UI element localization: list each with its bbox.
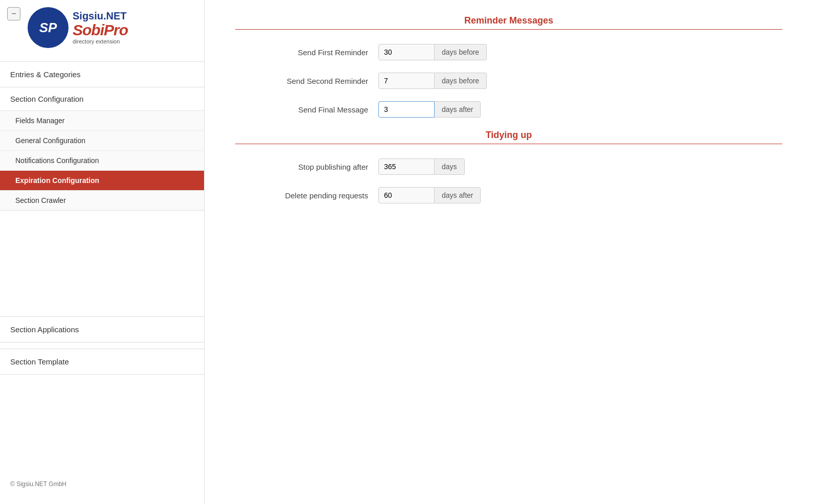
footer-copyright: © Sigsiu.NET GmbH: [0, 474, 204, 494]
delete-pending-suffix: days after: [435, 187, 481, 203]
send-first-reminder-row: Send First Reminder days before: [235, 44, 782, 60]
send-first-reminder-input[interactable]: [378, 44, 435, 60]
section-configuration-group: Section Configuration Fields Manager Gen…: [0, 87, 204, 211]
reminder-divider: [235, 29, 782, 30]
send-first-reminder-label: Send First Reminder: [235, 48, 378, 57]
sidebar-item-section-crawler[interactable]: Section Crawler: [0, 191, 204, 210]
send-final-message-label: Send Final Message: [235, 105, 378, 114]
main-content: Reminder Messages Send First Reminder da…: [205, 0, 813, 504]
send-final-message-input[interactable]: [378, 101, 435, 118]
tidying-divider: [235, 144, 782, 144]
sidebar-item-section-configuration[interactable]: Section Configuration: [0, 87, 204, 111]
send-final-message-suffix: days after: [435, 101, 481, 118]
logo-sigsiu-net: Sigsiu.NET: [73, 10, 128, 21]
logo-sobipro: SobiPro: [73, 21, 128, 38]
logo-area: − SP Sigsiu.NET SobiPro directory extens…: [0, 0, 204, 55]
sidebar-item-notifications-configuration[interactable]: Notifications Configuration: [0, 151, 204, 171]
send-second-reminder-row: Send Second Reminder days before: [235, 73, 782, 89]
stop-publishing-label: Stop publishing after: [235, 163, 378, 171]
logo-container: SP Sigsiu.NET SobiPro directory extensio…: [28, 7, 128, 48]
nav-bottom: Section Applications Section Template: [0, 310, 204, 375]
reminder-section-title: Reminder Messages: [235, 15, 782, 26]
nav-section: Entries & Categories: [0, 61, 204, 87]
logo-text: Sigsiu.NET SobiPro directory extension: [73, 10, 128, 44]
send-final-message-row: Send Final Message days after: [235, 101, 782, 118]
send-first-reminder-suffix: days before: [435, 44, 487, 60]
logo-sigsiu: Sigsiu: [73, 10, 103, 21]
sidebar: − SP Sigsiu.NET SobiPro directory extens…: [0, 0, 205, 504]
stop-publishing-row: Stop publishing after days: [235, 158, 782, 175]
sidebar-item-section-applications[interactable]: Section Applications: [0, 316, 204, 342]
delete-pending-input[interactable]: [378, 187, 435, 203]
logo-sp: SP: [39, 20, 57, 36]
sidebar-item-general-configuration[interactable]: General Configuration: [0, 131, 204, 151]
stop-publishing-input[interactable]: [378, 158, 435, 175]
send-second-reminder-input[interactable]: [378, 73, 435, 89]
send-second-reminder-suffix: days before: [435, 73, 487, 89]
tidying-section-title: Tidying up: [235, 130, 782, 141]
logo-directory: directory extension: [73, 38, 128, 44]
send-second-reminder-label: Send Second Reminder: [235, 77, 378, 85]
stop-publishing-suffix: days: [435, 158, 465, 175]
logo-icon: SP: [28, 7, 69, 48]
sub-menu: Fields Manager General Configuration Not…: [0, 111, 204, 210]
sidebar-item-entries-categories[interactable]: Entries & Categories: [0, 62, 204, 87]
logo-net: .NET: [103, 10, 127, 21]
minimize-button[interactable]: −: [7, 7, 20, 20]
sidebar-item-expiration-configuration[interactable]: Expiration Configuration: [0, 171, 204, 191]
delete-pending-row: Delete pending requests days after: [235, 187, 782, 203]
sidebar-item-fields-manager[interactable]: Fields Manager: [0, 111, 204, 131]
sidebar-item-section-template[interactable]: Section Template: [0, 349, 204, 375]
delete-pending-label: Delete pending requests: [235, 191, 378, 200]
